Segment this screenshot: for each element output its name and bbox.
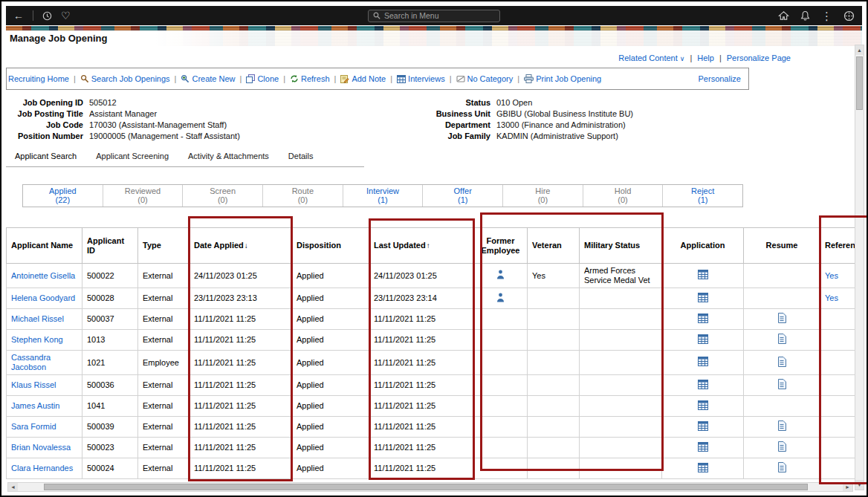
actions-menu-icon[interactable]: ⋮ (821, 10, 832, 22)
toolbar-refresh[interactable]: Refresh (290, 74, 330, 83)
column-header-last-updated[interactable]: Last Updated↑ (369, 228, 474, 264)
toolbar-create-new[interactable]: Create New (181, 74, 235, 83)
former-employee-icon[interactable] (496, 272, 505, 281)
toolbar-recruiting-home[interactable]: Recruiting Home (8, 74, 69, 83)
personalize-link[interactable]: Personalize (699, 74, 741, 83)
back-icon[interactable]: ← (13, 10, 24, 21)
status-offer[interactable]: Offer(1) (422, 185, 502, 207)
cell-text: 11/11/2021 11:25 (194, 464, 256, 472)
application-icon[interactable] (698, 423, 708, 432)
favorites-icon[interactable]: ♡ (61, 10, 71, 21)
recent-items-icon[interactable] (42, 11, 52, 21)
cell-military_status (580, 438, 662, 458)
help-link[interactable]: Help (697, 53, 714, 62)
column-header-type[interactable]: Type (138, 228, 190, 264)
application-icon[interactable] (698, 465, 708, 474)
status-hire[interactable]: Hire(0) (502, 185, 583, 207)
reference-link[interactable]: Yes (825, 271, 838, 280)
toolbar-search-job-openings[interactable]: Search Job Openings (80, 74, 170, 83)
applicant-name-link[interactable]: Stephen Kong (11, 335, 63, 344)
toolbar-separator: | (283, 74, 285, 83)
home-icon[interactable] (778, 10, 789, 21)
cell-last_updated: 11/11/2021 11:25 (369, 375, 474, 396)
application-icon[interactable] (698, 316, 708, 325)
related-content-link[interactable]: Related Content ∨ (618, 53, 684, 62)
applicant-name-link[interactable]: Helena Goodyard (11, 293, 75, 302)
column-header-disposition[interactable]: Disposition (292, 228, 369, 264)
tab-details[interactable]: Details (288, 152, 314, 160)
tab-applicant-search[interactable]: Applicant Search (15, 152, 77, 160)
resume-icon[interactable] (777, 382, 786, 391)
reference-link[interactable]: Yes (825, 293, 838, 302)
toolbar-no-category[interactable]: No Category (456, 74, 514, 83)
notifications-icon[interactable] (800, 10, 810, 21)
application-icon[interactable] (698, 403, 708, 412)
toolbar-label: Recruiting Home (8, 74, 69, 83)
application-icon[interactable] (698, 444, 708, 453)
status-applied[interactable]: Applied(22) (23, 185, 103, 207)
resume-icon[interactable] (777, 360, 786, 368)
toolbar-interviews[interactable]: Interviews (397, 74, 445, 83)
applicant-name-link[interactable]: Brian Novalessa (11, 443, 71, 452)
search-input[interactable] (384, 11, 495, 20)
status-route[interactable]: Route(0) (262, 185, 343, 207)
status-label: Hire (503, 186, 583, 195)
column-header-applicant-name[interactable]: Applicant Name (7, 228, 82, 264)
navbar-icon[interactable] (843, 10, 855, 22)
application-icon[interactable] (698, 272, 708, 281)
application-icon[interactable] (698, 337, 708, 345)
status-label: Route (263, 186, 343, 195)
horizontal-scrollbar[interactable]: ◄ ► (7, 482, 853, 492)
resume-icon[interactable] (777, 444, 786, 453)
column-header-resume[interactable]: Resume (744, 228, 820, 264)
vertical-scrollbar[interactable]: ▲ ▼ (855, 45, 864, 490)
application-icon[interactable] (698, 359, 708, 368)
cell-text: 500036 (87, 380, 114, 389)
application-icon[interactable] (698, 295, 708, 304)
toolbar-clone[interactable]: Clone (246, 74, 279, 83)
column-header-military-status[interactable]: Military Status (580, 228, 662, 264)
personalize-page-link[interactable]: Personalize Page (727, 53, 791, 62)
column-header-applicant-id[interactable]: Applicant ID (82, 228, 138, 264)
resume-icon[interactable] (777, 423, 786, 432)
column-header-veteran[interactable]: Veteran (528, 228, 580, 264)
scroll-left-arrow[interactable]: ◄ (8, 483, 18, 491)
applicant-name-link[interactable]: Antoinette Gisella (11, 271, 75, 280)
status-interview[interactable]: Interview(1) (343, 185, 423, 207)
toolbar-print-job-opening[interactable]: Print Job Opening (524, 74, 601, 83)
status-screen[interactable]: Screen(0) (182, 185, 262, 207)
applicant-name-link[interactable]: Sara Formid (11, 422, 56, 431)
applicant-name-link[interactable]: Clara Hernandes (11, 464, 73, 472)
former-employee-icon[interactable] (496, 295, 505, 304)
cell-text: 11/11/2021 11:25 (194, 358, 256, 367)
column-header-former-employee[interactable]: Former Employee (474, 228, 528, 264)
status-reject[interactable]: Reject(1) (662, 185, 742, 207)
cell-id: 1013 (82, 330, 138, 351)
resume-icon[interactable] (777, 316, 786, 325)
applicant-name-link[interactable]: Cassandra Jacobson (11, 353, 51, 371)
cell-text: Employee (143, 358, 179, 367)
tab-activity-attachments[interactable]: Activity & Attachments (188, 152, 269, 160)
status-reviewed[interactable]: Reviewed(0) (103, 185, 183, 207)
applicant-name-link[interactable]: Klaus Rissel (11, 380, 56, 389)
toolbar-add-note[interactable]: Add Note (340, 74, 386, 83)
menu-search-box[interactable] (368, 10, 500, 22)
resume-icon[interactable] (777, 337, 786, 345)
status-hold[interactable]: Hold(0) (583, 185, 663, 207)
status-count: (0) (263, 195, 343, 204)
applicant-name-link[interactable]: James Austin (11, 401, 59, 410)
scroll-up-arrow[interactable]: ▲ (855, 45, 864, 55)
cell-text: 11/11/2021 11:25 (374, 380, 435, 389)
resume-icon[interactable] (777, 465, 786, 474)
cell-resume (744, 417, 820, 438)
horizontal-scroll-thumb[interactable] (44, 484, 808, 490)
scroll-right-arrow[interactable]: ► (843, 483, 852, 491)
tab-applicant-screening[interactable]: Applicant Screening (96, 152, 169, 160)
column-header-application[interactable]: Application (662, 228, 744, 264)
column-header-date-applied[interactable]: Date Applied↓ (190, 228, 292, 264)
applicant-name-link[interactable]: Michael Rissel (11, 314, 64, 323)
applicant-row: Cassandra Jacobson1021Employee11/11/2021… (7, 351, 863, 375)
vertical-scroll-thumb[interactable] (856, 56, 863, 110)
scroll-down-arrow[interactable]: ▼ (855, 480, 864, 490)
application-icon[interactable] (698, 382, 708, 391)
